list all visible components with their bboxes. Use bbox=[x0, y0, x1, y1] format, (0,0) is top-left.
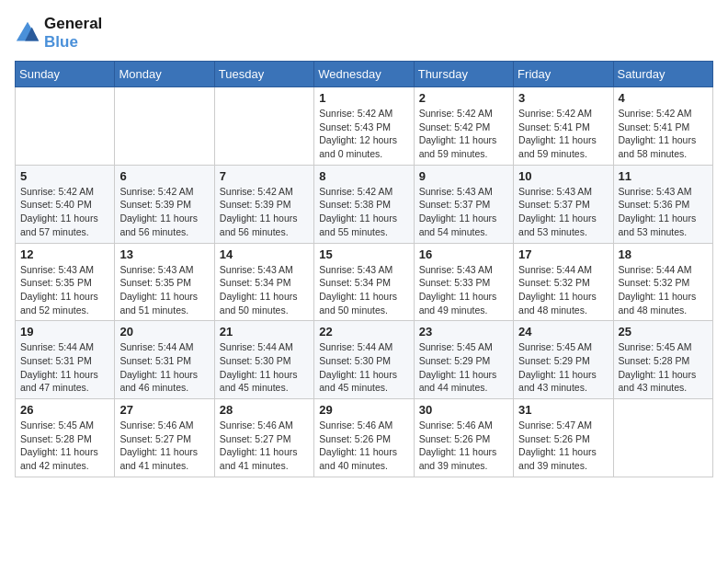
day-number: 9 bbox=[419, 169, 508, 183]
day-info: Sunrise: 5:43 AMSunset: 5:33 PMDaylight:… bbox=[419, 263, 508, 317]
day-info: Sunrise: 5:45 AMSunset: 5:29 PMDaylight:… bbox=[518, 340, 608, 395]
calendar-cell: 27 Sunrise: 5:46 AMSunset: 5:27 PMDaylig… bbox=[115, 399, 214, 477]
calendar-cell bbox=[16, 87, 115, 166]
calendar-header-friday: Friday bbox=[514, 62, 613, 87]
day-info: Sunrise: 5:43 AMSunset: 5:34 PMDaylight:… bbox=[220, 263, 309, 317]
day-number: 24 bbox=[518, 325, 608, 339]
logo: General Blue bbox=[15, 15, 102, 52]
calendar-header-saturday: Saturday bbox=[613, 62, 712, 87]
calendar-cell: 16 Sunrise: 5:43 AMSunset: 5:33 PMDaylig… bbox=[414, 243, 513, 321]
day-info: Sunrise: 5:43 AMSunset: 5:37 PMDaylight:… bbox=[518, 185, 608, 239]
day-info: Sunrise: 5:42 AMSunset: 5:42 PMDaylight:… bbox=[419, 107, 508, 161]
day-info: Sunrise: 5:46 AMSunset: 5:26 PMDaylight:… bbox=[319, 419, 408, 473]
day-info: Sunrise: 5:42 AMSunset: 5:38 PMDaylight:… bbox=[319, 185, 408, 239]
calendar-cell: 13 Sunrise: 5:43 AMSunset: 5:35 PMDaylig… bbox=[115, 243, 214, 321]
day-info: Sunrise: 5:44 AMSunset: 5:32 PMDaylight:… bbox=[518, 263, 608, 317]
logo-icon bbox=[15, 20, 40, 46]
day-number: 29 bbox=[319, 403, 408, 417]
calendar-week-1: 1 Sunrise: 5:42 AMSunset: 5:43 PMDayligh… bbox=[16, 87, 713, 166]
day-number: 12 bbox=[20, 247, 109, 261]
day-number: 20 bbox=[119, 325, 209, 339]
day-info: Sunrise: 5:42 AMSunset: 5:39 PMDaylight:… bbox=[220, 185, 309, 239]
day-info: Sunrise: 5:42 AMSunset: 5:41 PMDaylight:… bbox=[518, 107, 608, 161]
day-info: Sunrise: 5:45 AMSunset: 5:29 PMDaylight:… bbox=[419, 340, 508, 395]
day-info: Sunrise: 5:46 AMSunset: 5:27 PMDaylight:… bbox=[119, 419, 209, 473]
day-info: Sunrise: 5:42 AMSunset: 5:39 PMDaylight:… bbox=[119, 185, 209, 239]
day-info: Sunrise: 5:43 AMSunset: 5:35 PMDaylight:… bbox=[119, 263, 209, 317]
calendar-cell bbox=[613, 399, 712, 477]
day-number: 22 bbox=[319, 325, 408, 339]
calendar-header-tuesday: Tuesday bbox=[214, 62, 313, 87]
calendar-cell: 31 Sunrise: 5:47 AMSunset: 5:26 PMDaylig… bbox=[514, 399, 613, 477]
calendar-week-5: 26 Sunrise: 5:45 AMSunset: 5:28 PMDaylig… bbox=[16, 399, 713, 477]
calendar-cell: 29 Sunrise: 5:46 AMSunset: 5:26 PMDaylig… bbox=[314, 399, 414, 477]
day-info: Sunrise: 5:44 AMSunset: 5:30 PMDaylight:… bbox=[319, 340, 408, 395]
calendar-cell: 3 Sunrise: 5:42 AMSunset: 5:41 PMDayligh… bbox=[514, 87, 613, 166]
calendar-cell: 28 Sunrise: 5:46 AMSunset: 5:27 PMDaylig… bbox=[214, 399, 313, 477]
day-info: Sunrise: 5:42 AMSunset: 5:43 PMDaylight:… bbox=[319, 107, 408, 161]
calendar-cell: 30 Sunrise: 5:46 AMSunset: 5:26 PMDaylig… bbox=[414, 399, 513, 477]
day-info: Sunrise: 5:43 AMSunset: 5:34 PMDaylight:… bbox=[319, 263, 408, 317]
calendar-table: SundayMondayTuesdayWednesdayThursdayFrid… bbox=[15, 61, 713, 477]
calendar-cell bbox=[214, 87, 313, 166]
day-info: Sunrise: 5:45 AMSunset: 5:28 PMDaylight:… bbox=[20, 419, 109, 473]
calendar-cell bbox=[115, 87, 214, 166]
calendar-header-row: SundayMondayTuesdayWednesdayThursdayFrid… bbox=[16, 62, 713, 87]
day-number: 6 bbox=[119, 169, 209, 183]
logo-text: General Blue bbox=[44, 15, 102, 52]
day-number: 11 bbox=[619, 169, 708, 183]
calendar-header-thursday: Thursday bbox=[414, 62, 513, 87]
day-number: 2 bbox=[419, 91, 508, 105]
day-number: 8 bbox=[319, 169, 408, 183]
calendar-cell: 22 Sunrise: 5:44 AMSunset: 5:30 PMDaylig… bbox=[314, 321, 414, 399]
day-info: Sunrise: 5:44 AMSunset: 5:32 PMDaylight:… bbox=[619, 263, 708, 317]
calendar-cell: 1 Sunrise: 5:42 AMSunset: 5:43 PMDayligh… bbox=[314, 87, 414, 166]
day-number: 28 bbox=[220, 403, 309, 417]
day-number: 1 bbox=[319, 91, 408, 105]
calendar-cell: 25 Sunrise: 5:45 AMSunset: 5:28 PMDaylig… bbox=[613, 321, 712, 399]
calendar-cell: 18 Sunrise: 5:44 AMSunset: 5:32 PMDaylig… bbox=[613, 243, 712, 321]
day-info: Sunrise: 5:43 AMSunset: 5:36 PMDaylight:… bbox=[619, 185, 708, 239]
day-number: 5 bbox=[20, 169, 109, 183]
calendar-cell: 4 Sunrise: 5:42 AMSunset: 5:41 PMDayligh… bbox=[613, 87, 712, 166]
calendar-cell: 10 Sunrise: 5:43 AMSunset: 5:37 PMDaylig… bbox=[514, 165, 613, 243]
day-number: 15 bbox=[319, 247, 408, 261]
day-number: 4 bbox=[619, 91, 708, 105]
calendar-cell: 24 Sunrise: 5:45 AMSunset: 5:29 PMDaylig… bbox=[514, 321, 613, 399]
day-info: Sunrise: 5:46 AMSunset: 5:27 PMDaylight:… bbox=[220, 419, 309, 473]
day-number: 30 bbox=[419, 403, 508, 417]
day-number: 14 bbox=[220, 247, 309, 261]
calendar-cell: 7 Sunrise: 5:42 AMSunset: 5:39 PMDayligh… bbox=[214, 165, 313, 243]
day-number: 25 bbox=[619, 325, 708, 339]
calendar-cell: 20 Sunrise: 5:44 AMSunset: 5:31 PMDaylig… bbox=[115, 321, 214, 399]
calendar-header-monday: Monday bbox=[115, 62, 214, 87]
calendar-cell: 21 Sunrise: 5:44 AMSunset: 5:30 PMDaylig… bbox=[214, 321, 313, 399]
calendar-week-2: 5 Sunrise: 5:42 AMSunset: 5:40 PMDayligh… bbox=[16, 165, 713, 243]
calendar-header-sunday: Sunday bbox=[16, 62, 115, 87]
calendar-cell: 6 Sunrise: 5:42 AMSunset: 5:39 PMDayligh… bbox=[115, 165, 214, 243]
day-info: Sunrise: 5:43 AMSunset: 5:35 PMDaylight:… bbox=[20, 263, 109, 317]
calendar-cell: 14 Sunrise: 5:43 AMSunset: 5:34 PMDaylig… bbox=[214, 243, 313, 321]
day-number: 10 bbox=[518, 169, 608, 183]
day-info: Sunrise: 5:43 AMSunset: 5:37 PMDaylight:… bbox=[419, 185, 508, 239]
calendar-cell: 9 Sunrise: 5:43 AMSunset: 5:37 PMDayligh… bbox=[414, 165, 513, 243]
day-info: Sunrise: 5:42 AMSunset: 5:41 PMDaylight:… bbox=[619, 107, 708, 161]
day-number: 26 bbox=[20, 403, 109, 417]
day-info: Sunrise: 5:46 AMSunset: 5:26 PMDaylight:… bbox=[419, 419, 508, 473]
day-info: Sunrise: 5:42 AMSunset: 5:40 PMDaylight:… bbox=[20, 185, 109, 239]
page-header: General Blue bbox=[15, 15, 713, 52]
calendar-week-4: 19 Sunrise: 5:44 AMSunset: 5:31 PMDaylig… bbox=[16, 321, 713, 399]
calendar-cell: 5 Sunrise: 5:42 AMSunset: 5:40 PMDayligh… bbox=[16, 165, 115, 243]
day-info: Sunrise: 5:44 AMSunset: 5:30 PMDaylight:… bbox=[220, 340, 309, 395]
calendar-cell: 15 Sunrise: 5:43 AMSunset: 5:34 PMDaylig… bbox=[314, 243, 414, 321]
day-number: 19 bbox=[20, 325, 109, 339]
calendar-cell: 26 Sunrise: 5:45 AMSunset: 5:28 PMDaylig… bbox=[16, 399, 115, 477]
day-info: Sunrise: 5:44 AMSunset: 5:31 PMDaylight:… bbox=[119, 340, 209, 395]
day-info: Sunrise: 5:45 AMSunset: 5:28 PMDaylight:… bbox=[619, 340, 708, 395]
calendar-cell: 11 Sunrise: 5:43 AMSunset: 5:36 PMDaylig… bbox=[613, 165, 712, 243]
day-number: 21 bbox=[220, 325, 309, 339]
day-info: Sunrise: 5:44 AMSunset: 5:31 PMDaylight:… bbox=[20, 340, 109, 395]
calendar-cell: 17 Sunrise: 5:44 AMSunset: 5:32 PMDaylig… bbox=[514, 243, 613, 321]
day-number: 18 bbox=[619, 247, 708, 261]
calendar-cell: 19 Sunrise: 5:44 AMSunset: 5:31 PMDaylig… bbox=[16, 321, 115, 399]
